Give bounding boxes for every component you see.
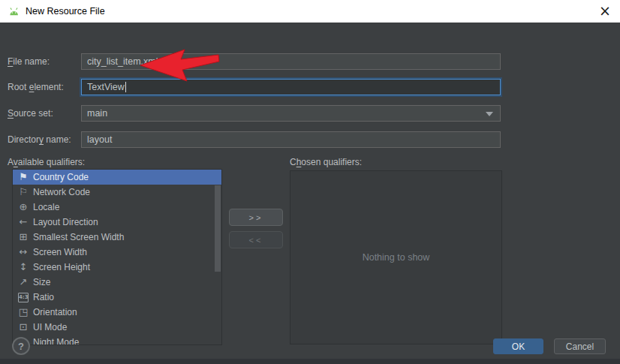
qualifier-item-label: UI Mode <box>33 322 67 332</box>
qualifier-item[interactable]: ⚐ Network Code <box>13 185 221 200</box>
new-resource-file-dialog: New Resource File × File name: Root elem… <box>0 0 620 364</box>
available-qualifiers-label: Available qualifiers: <box>8 156 85 168</box>
root-element-label: Root element: <box>8 79 64 95</box>
qualifier-item[interactable]: ↗ Size <box>13 275 221 290</box>
remove-qualifier-button[interactable]: << <box>229 231 283 248</box>
qualifier-item[interactable]: ⊡ UI Mode <box>13 320 221 335</box>
directory-name-input[interactable] <box>81 131 501 148</box>
dialog-titlebar: New Resource File × <box>0 0 620 23</box>
ratio-icon: 4:3 <box>18 293 29 302</box>
chevron-down-icon <box>486 112 493 116</box>
qualifier-item[interactable]: ← Layout Direction <box>13 215 221 230</box>
android-studio-icon <box>8 6 20 17</box>
network-code-icon: ⚐ <box>17 185 30 200</box>
dialog-body: File name: Root element: TextView Source… <box>0 23 620 364</box>
file-name-input[interactable] <box>81 53 501 70</box>
add-qualifier-button[interactable]: >> <box>229 209 283 226</box>
available-qualifiers-list: ⚑ Country Code ⚐ Network Code ⊕ Locale ←… <box>12 169 222 345</box>
close-icon[interactable]: × <box>593 0 617 22</box>
screen-width-icon: ↔ <box>17 245 30 260</box>
ok-button[interactable]: OK <box>493 338 543 354</box>
qualifier-item-label: Size <box>33 277 50 287</box>
text-caret <box>125 82 126 92</box>
qualifier-item-label: Country Code <box>33 172 89 182</box>
size-icon: ↗ <box>17 275 30 290</box>
qualifier-item[interactable]: 4:3 Ratio <box>13 290 221 305</box>
qualifier-item[interactable]: ↔ Screen Width <box>13 245 221 260</box>
qualifier-item[interactable]: ◳ Orientation <box>13 305 221 320</box>
root-element-input[interactable]: TextView <box>81 79 501 95</box>
qualifier-item-label: Smallest Screen Width <box>33 232 124 242</box>
root-element-value: TextView <box>87 80 125 95</box>
qualifier-item-label: Screen Height <box>33 262 90 272</box>
qualifier-item[interactable]: ⚑ Country Code <box>13 170 221 185</box>
cancel-button[interactable]: Cancel <box>554 338 606 354</box>
help-button[interactable]: ? <box>12 337 30 355</box>
source-set-value: main <box>87 106 107 121</box>
qualifier-item-label: Night Mode <box>33 337 79 345</box>
empty-state-text: Nothing to show <box>363 252 430 263</box>
qualifier-item[interactable]: ⊕ Locale <box>13 200 221 215</box>
qualifier-item[interactable]: ◐ Night Mode <box>13 335 221 345</box>
screen-height-icon: ↕ <box>17 260 30 275</box>
locale-icon: ⊕ <box>17 200 30 215</box>
country-code-icon: ⚑ <box>17 170 30 185</box>
directory-name-label: Directory name: <box>8 131 71 148</box>
window-bottom-edge <box>0 359 620 364</box>
qualifier-item-label: Locale <box>33 202 59 212</box>
qualifier-item[interactable]: ↕ Screen Height <box>13 260 221 275</box>
dialog-title: New Resource File <box>26 6 105 17</box>
qualifier-item[interactable]: ⊞ Smallest Screen Width <box>13 230 221 245</box>
smallest-screen-width-icon: ⊞ <box>17 230 30 245</box>
qualifier-item-label: Orientation <box>33 307 77 317</box>
source-set-dropdown[interactable]: main <box>81 105 501 122</box>
layout-direction-icon: ← <box>17 215 30 230</box>
list-scrollbar-thumb[interactable] <box>215 185 221 272</box>
source-set-label: Source set: <box>8 105 53 122</box>
qualifier-item-label: Ratio <box>33 292 54 302</box>
orientation-icon: ◳ <box>17 305 30 320</box>
ui-mode-icon: ⊡ <box>17 320 30 335</box>
chosen-qualifiers-label: Chosen qualifiers: <box>290 156 362 168</box>
qualifier-item-label: Layout Direction <box>33 217 98 227</box>
chosen-qualifiers-panel: Nothing to show <box>290 170 502 344</box>
qualifier-item-label: Screen Width <box>33 247 87 257</box>
file-name-label: File name: <box>8 53 50 70</box>
qualifier-item-label: Network Code <box>33 187 90 197</box>
